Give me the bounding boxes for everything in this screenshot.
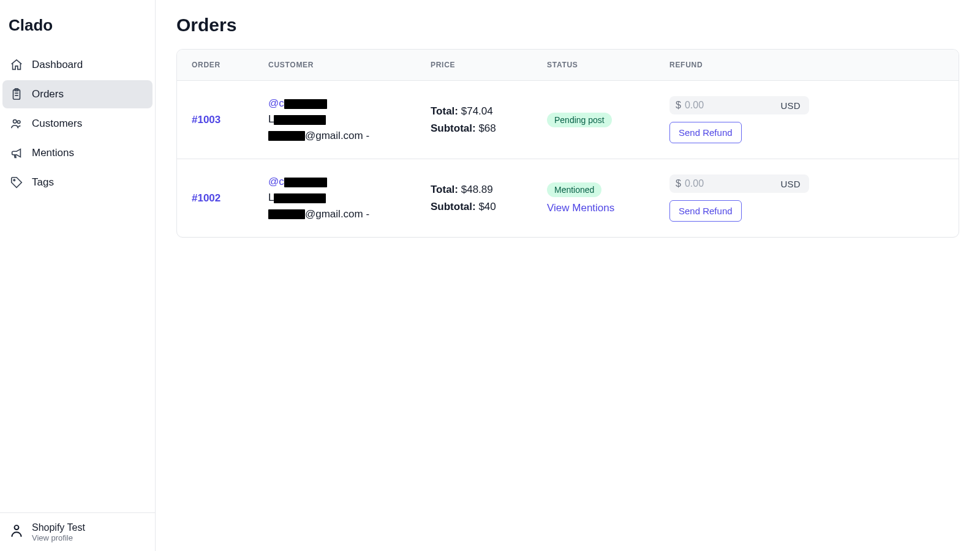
subtotal-label: Subtotal: (431, 122, 476, 134)
subtotal-value: $40 (478, 201, 496, 212)
customer-name: L (268, 192, 274, 203)
sidebar-item-tags[interactable]: Tags (2, 168, 153, 197)
refund-cell: $ USD Send Refund (669, 174, 878, 222)
sidebar-item-label: Mentions (32, 147, 74, 159)
status-cell: Pending post (547, 113, 669, 127)
sidebar-item-label: Dashboard (32, 59, 83, 71)
orders-table: ORDER CUSTOMER PRICE STATUS REFUND #1003… (176, 49, 959, 238)
view-mentions-link[interactable]: View Mentions (547, 202, 614, 214)
home-icon (10, 58, 23, 72)
user-icon (9, 523, 24, 541)
redacted-text (268, 131, 305, 141)
customer-name: L (268, 113, 274, 125)
th-order: ORDER (192, 61, 268, 69)
order-id-link[interactable]: #1002 (192, 192, 221, 204)
sidebar-nav: Dashboard Orders Customers Mentions Tags (0, 47, 155, 200)
profile-name: Shopify Test (32, 522, 85, 533)
status-badge: Pending post (547, 113, 612, 127)
refund-currency: USD (780, 179, 801, 189)
th-price: PRICE (431, 61, 547, 69)
refund-cell: $ USD Send Refund (669, 96, 878, 143)
page-title: Orders (176, 15, 959, 36)
price-cell: Total: $74.04 Subtotal: $68 (431, 103, 547, 136)
svg-point-2 (13, 120, 17, 124)
main-content: Orders ORDER CUSTOMER PRICE STATUS REFUN… (156, 0, 980, 551)
redacted-text (284, 99, 327, 109)
sidebar-item-mentions[interactable]: Mentions (2, 139, 153, 167)
view-profile-link[interactable]: View profile (32, 533, 85, 542)
redacted-text (284, 178, 327, 187)
customer-email-suffix: @gmail.com - (305, 130, 369, 141)
dollar-icon: $ (676, 100, 681, 111)
svg-point-4 (13, 179, 15, 181)
redacted-text (274, 115, 326, 125)
refund-amount-input[interactable] (685, 100, 777, 111)
clipboard-icon (10, 88, 23, 101)
price-cell: Total: $48.89 Subtotal: $40 (431, 181, 547, 214)
svg-point-3 (17, 121, 20, 124)
customer-handle[interactable]: @c (268, 176, 284, 187)
tag-icon (10, 176, 23, 189)
sidebar-item-dashboard[interactable]: Dashboard (2, 51, 153, 79)
svg-point-5 (15, 525, 19, 530)
refund-input-wrap[interactable]: $ USD (669, 96, 809, 114)
sidebar-item-label: Orders (32, 88, 64, 100)
table-head: ORDER CUSTOMER PRICE STATUS REFUND (177, 50, 959, 81)
table-row: #1003 @c L @gmail.com - Total: $74.04 Su… (177, 81, 959, 159)
send-refund-button[interactable]: Send Refund (669, 122, 742, 143)
th-customer: CUSTOMER (268, 61, 431, 69)
sidebar-item-label: Tags (32, 176, 54, 189)
redacted-text (268, 209, 305, 219)
sidebar-item-customers[interactable]: Customers (2, 110, 153, 138)
subtotal-value: $68 (478, 122, 496, 134)
customer-handle[interactable]: @c (268, 97, 284, 109)
refund-input-wrap[interactable]: $ USD (669, 174, 809, 193)
sidebar-item-orders[interactable]: Orders (2, 80, 153, 108)
th-refund: REFUND (669, 61, 878, 69)
total-value: $48.89 (461, 184, 493, 195)
customer-cell: @c L @gmail.com - (268, 174, 431, 222)
status-cell: Mentioned View Mentions (547, 182, 669, 214)
status-badge: Mentioned (547, 182, 601, 197)
sidebar-footer[interactable]: Shopify Test View profile (0, 512, 155, 551)
refund-amount-input[interactable] (685, 178, 777, 189)
customer-cell: @c L @gmail.com - (268, 96, 431, 144)
order-id-link[interactable]: #1003 (192, 114, 221, 126)
megaphone-icon (10, 146, 23, 160)
users-icon (10, 117, 23, 130)
total-label: Total: (431, 184, 458, 195)
customer-email-suffix: @gmail.com - (305, 208, 369, 220)
table-row: #1002 @c L @gmail.com - Total: $48.89 Su… (177, 159, 959, 237)
redacted-text (274, 193, 326, 203)
th-status: STATUS (547, 61, 669, 69)
total-label: Total: (431, 105, 458, 117)
subtotal-label: Subtotal: (431, 201, 476, 212)
dollar-icon: $ (676, 178, 681, 189)
sidebar: Clado Dashboard Orders Customers Mention… (0, 0, 156, 551)
total-value: $74.04 (461, 105, 493, 117)
send-refund-button[interactable]: Send Refund (669, 200, 742, 222)
brand-title: Clado (0, 13, 155, 47)
sidebar-item-label: Customers (32, 118, 82, 130)
refund-currency: USD (780, 100, 801, 111)
